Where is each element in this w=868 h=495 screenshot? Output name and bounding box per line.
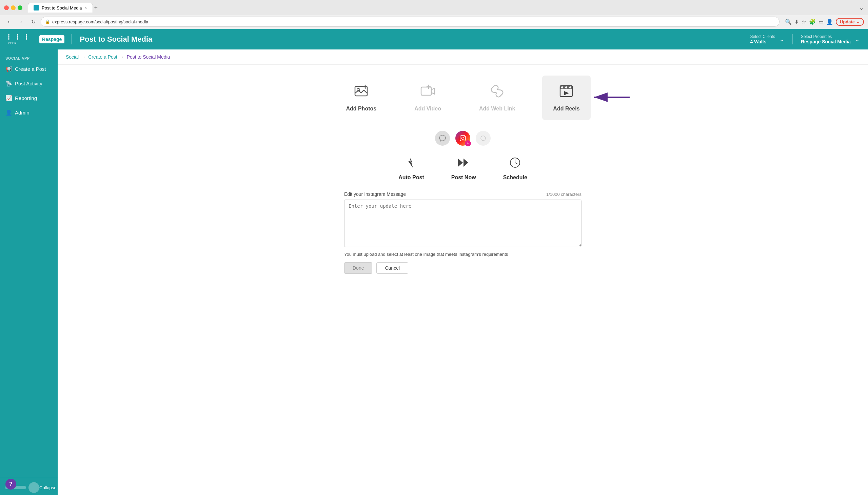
- sidebar-item-post-activity[interactable]: 📡 Post Activity: [0, 76, 57, 91]
- done-btn[interactable]: Done: [344, 262, 372, 274]
- update-btn[interactable]: Update ⌄: [836, 18, 864, 26]
- sidebar-item-label-create-post: Create a Post: [15, 66, 46, 72]
- message-warning: You must upload and select at least one …: [344, 252, 582, 257]
- breadcrumb-create-post[interactable]: Create a Post: [88, 54, 117, 59]
- add-photos-label: Add Photos: [346, 106, 377, 112]
- content-main: Add Photos Add Video: [57, 65, 868, 285]
- browser-chrome: Post to Social Media × + ⌄ ‹ › ↻ 🔒 expre…: [0, 0, 868, 29]
- auto-post-icon: [405, 156, 417, 171]
- active-tab[interactable]: Post to Social Media ×: [28, 3, 93, 13]
- help-btn[interactable]: ?: [5, 479, 16, 490]
- sidebar-item-reporting[interactable]: 📈 Reporting: [0, 91, 57, 105]
- select-properties-dropdown[interactable]: Select Properties Respage Social Media: [801, 34, 851, 45]
- collapse-btn[interactable]: Collapse ‹: [39, 485, 60, 490]
- svg-rect-4: [421, 87, 431, 95]
- browser-tabs: Post to Social Media × +: [28, 3, 856, 13]
- extensions-icon[interactable]: 🧩: [809, 19, 816, 25]
- auto-post-label: Auto Post: [398, 174, 424, 181]
- admin-icon: 👤: [5, 109, 12, 116]
- browser-nav-icons: 🔍 ⬇ ☆ 🧩 ▭ 👤 Update ⌄: [785, 18, 864, 26]
- close-window-btn[interactable]: [4, 5, 9, 10]
- select-clients-label: Select Clients: [750, 34, 775, 39]
- action-row: Auto Post Post Now: [398, 156, 527, 181]
- action-post-now[interactable]: Post Now: [451, 156, 476, 181]
- tab-favicon: [34, 5, 39, 11]
- add-reels-icon: [559, 84, 574, 102]
- update-chevron: ⌄: [856, 19, 860, 24]
- apps-menu-btn[interactable]: APPS: [8, 34, 34, 45]
- breadcrumb-social[interactable]: Social: [66, 54, 79, 59]
- sidebar-item-create-post[interactable]: 📢 Create a Post: [0, 62, 57, 76]
- tab-title: Post to Social Media: [42, 5, 82, 11]
- add-video-icon: [420, 84, 435, 102]
- tab-close-btn[interactable]: ×: [85, 5, 87, 10]
- page-title: Post to Social Media: [80, 35, 750, 44]
- help-label: ?: [9, 481, 13, 487]
- main-layout: SOCIAL APP 📢 Create a Post 📡 Post Activi…: [0, 50, 868, 495]
- message-actions: Done Cancel: [344, 262, 582, 274]
- sidebar-item-label-post-activity: Post Activity: [15, 81, 43, 86]
- social-accounts-row: +: [435, 131, 490, 146]
- profile-icon[interactable]: 👤: [826, 19, 833, 25]
- add-video-label: Add Video: [414, 106, 441, 112]
- svg-point-18: [481, 136, 486, 141]
- logo-area: APPS Respage: [8, 34, 71, 45]
- sidebar-item-label-admin: Admin: [15, 110, 30, 116]
- content-area: Social → Create a Post → Post to Social …: [57, 50, 868, 495]
- sidebar-item-label-reporting: Reporting: [15, 95, 37, 101]
- maximize-window-btn[interactable]: [18, 5, 22, 10]
- select-properties-value: Respage Social Media: [801, 39, 851, 45]
- svg-marker-19: [408, 158, 413, 167]
- message-label: Edit your Instagram Message: [344, 191, 406, 197]
- post-type-add-reels[interactable]: Add Reels: [542, 75, 590, 120]
- action-auto-post[interactable]: Auto Post: [398, 156, 424, 181]
- app-header: APPS Respage Post to Social Media Select…: [0, 29, 868, 50]
- social-account-generic[interactable]: [435, 131, 450, 146]
- select-clients-dropdown[interactable]: Select Clients 4 Walls: [750, 34, 775, 45]
- search-icon[interactable]: 🔍: [785, 19, 792, 25]
- svg-rect-15: [460, 136, 466, 141]
- add-web-link-label: Add Web Link: [479, 106, 515, 112]
- reload-btn[interactable]: ↻: [29, 17, 38, 27]
- action-schedule[interactable]: Schedule: [503, 156, 527, 181]
- social-account-instagram[interactable]: +: [455, 131, 470, 146]
- window-controls: ⌄: [859, 4, 864, 12]
- svg-point-17: [464, 137, 465, 137]
- respage-logo[interactable]: Respage: [39, 35, 64, 44]
- minimize-window-btn[interactable]: [11, 5, 16, 10]
- sidebar: SOCIAL APP 📢 Create a Post 📡 Post Activi…: [0, 50, 57, 495]
- post-type-add-video[interactable]: Add Video: [403, 75, 452, 120]
- instagram-plus-badge: +: [465, 140, 471, 147]
- schedule-label: Schedule: [503, 174, 527, 181]
- char-count: 1/1000 characters: [546, 192, 582, 197]
- star-icon[interactable]: ☆: [802, 19, 806, 25]
- collapse-label: Collapse: [39, 485, 56, 490]
- post-activity-icon: 📡: [5, 80, 12, 87]
- browser-nav: ‹ › ↻ 🔒 express.respage.com/social/posti…: [0, 15, 868, 29]
- select-properties-label: Select Properties: [801, 34, 832, 39]
- svg-point-11: [565, 86, 567, 88]
- cancel-btn[interactable]: Cancel: [377, 262, 408, 274]
- add-web-link-icon: [489, 84, 504, 102]
- properties-chevron-icon: ⌄: [855, 36, 860, 43]
- add-reels-label: Add Reels: [553, 106, 580, 112]
- address-text: express.respage.com/social/posting/socia…: [52, 19, 148, 24]
- lock-icon: 🔒: [45, 19, 50, 24]
- message-textarea[interactable]: [344, 200, 582, 247]
- sidebar-toggle-icon[interactable]: ▭: [818, 19, 823, 25]
- forward-btn[interactable]: ›: [16, 17, 26, 27]
- reporting-icon: 📈: [5, 95, 12, 101]
- download-icon[interactable]: ⬇: [795, 19, 799, 25]
- sidebar-item-admin[interactable]: 👤 Admin: [0, 105, 57, 120]
- new-tab-btn[interactable]: +: [94, 4, 98, 11]
- breadcrumb-arrow-1: →: [81, 54, 85, 59]
- back-btn[interactable]: ‹: [4, 17, 14, 27]
- app-container: APPS Respage Post to Social Media Select…: [0, 29, 868, 495]
- svg-marker-9: [564, 91, 569, 95]
- address-bar[interactable]: 🔒 express.respage.com/social/posting/soc…: [41, 17, 780, 27]
- post-type-add-web-link[interactable]: Add Web Link: [468, 75, 526, 120]
- post-type-add-photos[interactable]: Add Photos: [335, 75, 387, 120]
- traffic-lights: [4, 5, 22, 10]
- svg-line-24: [515, 163, 517, 164]
- social-account-thread[interactable]: [476, 131, 490, 146]
